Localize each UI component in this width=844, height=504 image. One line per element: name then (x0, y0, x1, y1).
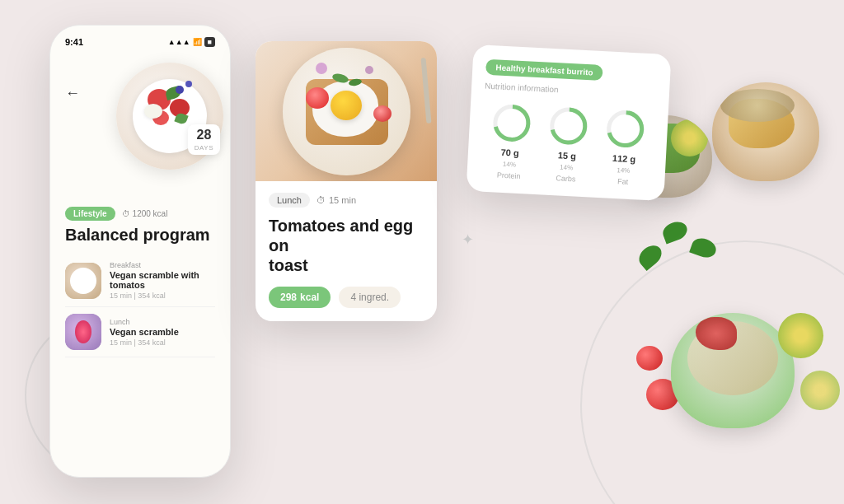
meal-info-0: Breakfast Vegan scramble with tomatos 15… (110, 261, 215, 300)
phone-icons: ▲▲▲ 📶 ■ (168, 37, 215, 47)
back-button[interactable]: ← (65, 85, 80, 102)
protein-pct: 14% (503, 161, 516, 169)
meal-meta-1: 15 min | 354 kcal (110, 338, 215, 347)
nutrition-card[interactable]: Healthy breakfast burrito Nutrition info… (467, 44, 672, 201)
blueberry-2 (185, 81, 192, 87)
meal-plate-img-1 (65, 314, 101, 350)
protein-value: 70 g (500, 147, 519, 158)
fat-donut-svg (603, 106, 649, 152)
nutrition-subtitle: Nutrition information (485, 82, 656, 100)
recipe-card-image (256, 41, 437, 181)
kcal-label: kcal (300, 292, 319, 303)
nutrition-title-badge: Healthy breakfast burrito (485, 59, 603, 81)
protein-donut-svg (489, 100, 534, 146)
cheese (144, 104, 162, 119)
meal-name-1: Vegan scramble (110, 327, 215, 337)
days-label: DAYS (195, 144, 213, 152)
meal-plate-img-0 (65, 263, 101, 299)
blueberry-1 (176, 86, 184, 94)
protein-label: Protein (497, 171, 521, 180)
egg-plate (283, 48, 410, 175)
flower-decoration-2 (365, 66, 373, 74)
meal-category-0: Breakfast (110, 261, 215, 269)
tomato-1 (306, 87, 329, 109)
lifestyle-tag: Lifestyle (65, 207, 115, 221)
recipe-tags: Lunch ⏱ 15 min (269, 193, 424, 208)
carbs-donut-svg (546, 104, 591, 149)
days-badge: 28 DAYS (188, 124, 220, 155)
carbs-chart: 15 g 14% Carbs (544, 104, 591, 184)
kcal-stat: 298 kcal (269, 287, 331, 308)
meal-category-1: Lunch (110, 318, 215, 326)
carbs-value: 15 g (558, 150, 577, 161)
phone-mockup: 9:41 ▲▲▲ 📶 ■ ← 28 DAYS (49, 25, 231, 478)
flower-decoration (316, 63, 327, 74)
program-section: Lifestyle ⏱ 1200 kcal Balanced program B… (50, 207, 230, 357)
phone-time: 9:41 (65, 37, 83, 47)
meal-info-1: Lunch Vegan scramble 15 min | 354 kcal (110, 318, 215, 347)
kcal-value: 298 (280, 292, 297, 303)
fat-pct: 14% (617, 166, 630, 175)
nutrition-charts: 70 g 14% Protein 15 g 14% Carbs 112 g 14… (480, 100, 655, 188)
meal-name-0: Vegan scramble with tomatos (110, 270, 215, 290)
recipe-title: Tomatoes and egg on toast (269, 216, 424, 275)
ingredients-value: 4 (350, 292, 356, 303)
ingredients-stat: 4 ingred. (339, 287, 401, 308)
egg-yolk (331, 91, 362, 120)
recipe-lunch-tag: Lunch (269, 193, 310, 208)
phone-status-bar: 9:41 ▲▲▲ 📶 ■ (50, 26, 230, 50)
ingredients-label: ingred. (359, 292, 389, 303)
recipe-stats: 298 kcal 4 ingred. (269, 287, 424, 308)
kcal-tag: ⏱ 1200 kcal (122, 209, 168, 218)
fat-label: Fat (617, 177, 629, 186)
days-number: 28 (195, 128, 213, 142)
recipe-time: ⏱ 15 min (316, 195, 356, 205)
carbs-pct: 14% (560, 164, 573, 172)
tomato-2 (373, 105, 392, 122)
meal-image-0 (65, 263, 101, 299)
fork (421, 58, 432, 124)
signal-icon: ▲▲▲ (168, 38, 190, 46)
smoothie (75, 320, 91, 343)
protein-chart: 70 g 14% Protein (487, 100, 534, 181)
wifi-icon: 📶 (193, 38, 202, 46)
clock-icon-small: ⏱ (122, 209, 130, 218)
recipe-card[interactable]: Lunch ⏱ 15 min Tomatoes and egg on toast… (256, 41, 437, 321)
battery-icon: ■ (204, 37, 215, 47)
meal-plate-0 (70, 268, 96, 294)
program-title: Balanced program (65, 226, 215, 245)
meal-meta-0: 15 min | 354 kcal (110, 292, 215, 300)
meal-item-0[interactable]: Breakfast Vegan scramble with tomatos 15… (65, 254, 215, 307)
meal-image-1 (65, 314, 101, 350)
carbs-label: Carbs (556, 174, 576, 183)
clock-icon: ⏱ (316, 195, 326, 205)
recipe-card-body: Lunch ⏱ 15 min Tomatoes and egg on toast… (256, 181, 437, 321)
program-tags: Lifestyle ⏱ 1200 kcal (65, 207, 215, 221)
fat-chart: 112 g 14% Fat (601, 106, 648, 187)
meal-item-1[interactable]: Lunch Vegan scramble 15 min | 354 kcal (65, 307, 215, 357)
fat-value: 112 g (612, 153, 636, 164)
